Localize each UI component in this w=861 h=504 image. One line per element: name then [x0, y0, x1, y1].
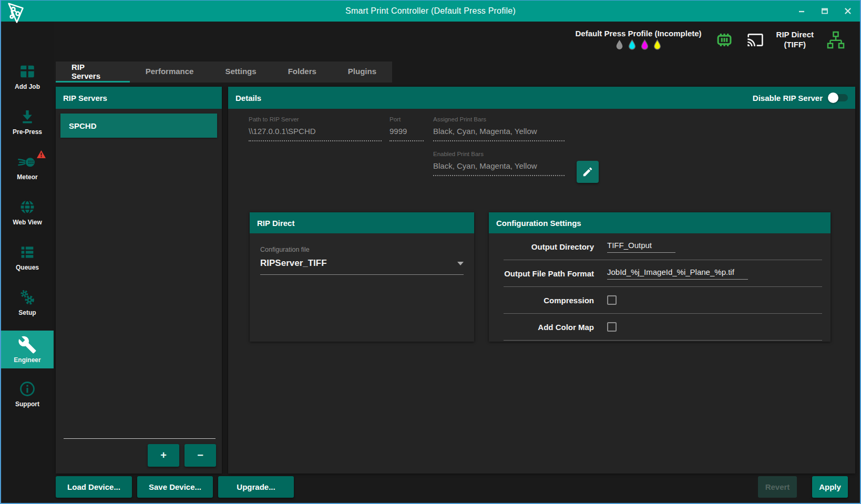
- rip-direct-card-header: RIP Direct: [250, 212, 474, 233]
- sidebar-item-label: Support: [15, 400, 39, 408]
- sidebar-item-meteor[interactable]: Meteor: [1, 150, 54, 183]
- disable-rip-server-toggle[interactable]: Disable RIP Server: [753, 94, 848, 102]
- tab-strip: RIP Servers Performance Settings Folders…: [56, 61, 392, 83]
- minimize-button[interactable]: [798, 7, 805, 15]
- sidebar-item-queues[interactable]: Queues: [1, 240, 54, 274]
- globe-icon: [18, 198, 36, 217]
- toggle-track[interactable]: [829, 94, 848, 101]
- enabled-print-bars-field[interactable]: Enabled Print Bars Black, Cyan, Magenta,…: [433, 151, 565, 176]
- rip-servers-panel-header: RIP Servers: [56, 87, 222, 109]
- port-field[interactable]: Port 9999: [390, 116, 424, 141]
- print-bars-status-icon[interactable]: [714, 30, 734, 50]
- tab-folders[interactable]: Folders: [272, 61, 332, 83]
- server-list-item-spchd[interactable]: SPCHD: [60, 114, 217, 138]
- download-icon: [18, 107, 36, 126]
- remove-server-button[interactable]: −: [184, 444, 216, 467]
- output-file-path-format-row: Output File Path Format JobId_%j_ImageId…: [504, 260, 822, 287]
- compression-label: Compression: [504, 296, 594, 305]
- configuration-file-dropdown[interactable]: RIPServer_TIFF: [260, 258, 464, 275]
- configuration-settings-card-header: Configuration Settings: [489, 212, 831, 233]
- add-color-map-label: Add Color Map: [504, 323, 594, 332]
- wrench-icon: [18, 335, 37, 354]
- close-button[interactable]: [844, 7, 852, 15]
- configuration-settings-card-title: Configuration Settings: [496, 219, 581, 228]
- add-server-button[interactable]: +: [148, 444, 179, 467]
- rip-mode-line2: (TIFF): [776, 40, 814, 50]
- status-bar: Default Press Profile (Incomplete) RIP D…: [576, 24, 845, 56]
- list-buttons: + −: [148, 444, 216, 467]
- rip-servers-panel-title: RIP Servers: [63, 94, 107, 102]
- toggle-knob[interactable]: [828, 92, 838, 103]
- cast-icon[interactable]: [747, 32, 764, 48]
- path-to-rip-server-value[interactable]: \\127.0.0.1\SPCHD: [249, 127, 382, 141]
- sidebar-item-label: Web View: [13, 219, 42, 226]
- sidebar-item-label: Setup: [18, 309, 36, 316]
- maximize-button[interactable]: [821, 7, 828, 15]
- rip-mode-line1: RIP Direct: [776, 30, 814, 40]
- tab-rip-servers[interactable]: RIP Servers: [56, 61, 130, 83]
- output-directory-input[interactable]: TIFF_Output: [607, 241, 675, 253]
- sidebar-item-add-job[interactable]: Add Job: [1, 59, 54, 93]
- warning-triangle-icon: [37, 150, 46, 160]
- enabled-print-bars-label: Enabled Print Bars: [433, 151, 565, 157]
- gears-icon: [18, 288, 36, 307]
- sidebar-item-pre-press[interactable]: Pre-Press: [1, 105, 54, 138]
- assigned-print-bars-label: Assigned Print Bars: [433, 116, 565, 122]
- list-divider: [64, 438, 216, 439]
- output-file-path-format-label: Output File Path Format: [504, 269, 594, 278]
- sidebar-item-engineer[interactable]: Engineer: [1, 331, 54, 368]
- ink-drop-yellow-icon: [652, 39, 663, 52]
- window-controls: [798, 1, 852, 22]
- title-bar: Smart Print Controller (Default Press Pr…: [1, 1, 860, 22]
- tab-settings[interactable]: Settings: [209, 61, 272, 83]
- path-to-rip-server-field[interactable]: Path to RIP Server \\127.0.0.1\SPCHD: [249, 116, 382, 141]
- rip-mode-indicator: RIP Direct (TIFF): [776, 30, 814, 50]
- upgrade-button[interactable]: Upgrade...: [218, 476, 294, 498]
- network-icon[interactable]: [826, 30, 845, 49]
- output-file-path-format-input[interactable]: JobId_%j_ImageId_%i_Plane_%p.tif: [607, 268, 748, 280]
- rip-direct-card: RIP Direct Configuration file RIPServer_…: [250, 212, 474, 342]
- enabled-print-bars-value[interactable]: Black, Cyan, Magenta, Yellow: [433, 161, 565, 176]
- tab-plugins[interactable]: Plugins: [332, 61, 392, 83]
- assigned-print-bars-value[interactable]: Black, Cyan, Magenta, Yellow: [433, 127, 565, 141]
- configuration-file-label: Configuration file: [260, 246, 464, 253]
- add-color-map-checkbox[interactable]: [607, 322, 617, 332]
- info-icon: [18, 379, 36, 398]
- list-icon: [18, 243, 36, 262]
- sidebar-item-label: Add Job: [15, 83, 40, 90]
- revert-button[interactable]: Revert: [758, 476, 797, 498]
- add-color-map-row: Add Color Map: [504, 314, 822, 341]
- tab-performance[interactable]: Performance: [130, 61, 210, 83]
- details-panel: Details Disable RIP Server Path to RIP S…: [228, 87, 855, 474]
- ink-drop-black-icon: [614, 39, 625, 52]
- sidebar-item-label: Engineer: [14, 356, 40, 364]
- rip-direct-card-title: RIP Direct: [257, 219, 294, 228]
- port-value[interactable]: 9999: [390, 127, 424, 141]
- save-device-button[interactable]: Save Device...: [137, 476, 213, 498]
- assigned-print-bars-field[interactable]: Assigned Print Bars Black, Cyan, Magenta…: [433, 116, 565, 141]
- compression-row: Compression: [504, 287, 822, 314]
- app-logo-icon: [4, 1, 28, 25]
- configuration-settings-card: Configuration Settings Output Directory …: [489, 212, 831, 342]
- add-job-grid-icon: [18, 62, 36, 81]
- edit-print-bars-button[interactable]: [577, 161, 599, 183]
- press-profile-status: Default Press Profile (Incomplete): [576, 29, 702, 52]
- compression-checkbox[interactable]: [607, 295, 617, 305]
- load-device-button[interactable]: Load Device...: [56, 476, 132, 498]
- sidebar-item-label: Meteor: [17, 173, 37, 181]
- sidebar-item-setup[interactable]: Setup: [1, 285, 54, 319]
- port-label: Port: [390, 116, 424, 122]
- window-title: Smart Print Controller (Default Press Pr…: [345, 6, 516, 16]
- sidebar-item-label: Queues: [16, 264, 39, 271]
- ink-drops: [614, 39, 663, 52]
- details-panel-header: Details Disable RIP Server: [228, 87, 855, 109]
- disable-rip-server-label: Disable RIP Server: [753, 94, 823, 102]
- press-profile-label: Default Press Profile (Incomplete): [576, 29, 702, 38]
- rip-servers-panel: RIP Servers SPCHD + −: [56, 87, 222, 474]
- chevron-down-icon: [457, 262, 464, 265]
- configuration-file-value: RIPServer_TIFF: [260, 258, 327, 269]
- sidebar: Add Job Pre-Press: [1, 22, 54, 503]
- sidebar-item-support[interactable]: Support: [1, 377, 54, 410]
- apply-button[interactable]: Apply: [812, 476, 848, 498]
- sidebar-item-web-view[interactable]: Web View: [1, 195, 54, 229]
